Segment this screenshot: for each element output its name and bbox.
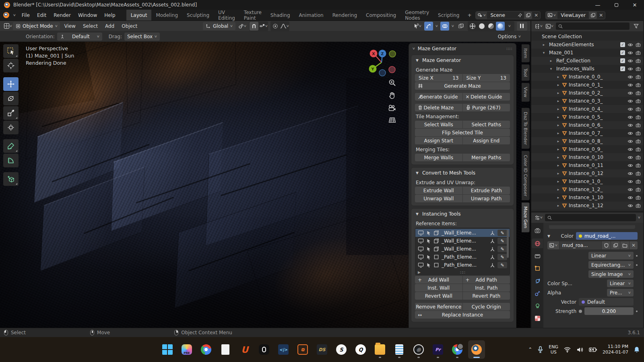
navigation-gizmo[interactable]: X Z Y xyxy=(363,47,400,79)
animate-dot-icon[interactable] xyxy=(636,264,638,266)
hide-eye-icon[interactable] xyxy=(627,131,633,136)
drag-dropdown[interactable]: Select Box ∨ xyxy=(124,33,160,41)
outliner-row[interactable]: ▸ Instance_0_2_ ✓ xyxy=(531,89,643,97)
taskbar-app-icon[interactable]: PRE xyxy=(178,340,195,359)
hide-eye-icon[interactable] xyxy=(627,147,633,152)
hide-eye-icon[interactable] xyxy=(627,123,633,128)
collapse-triangle-icon[interactable]: ▼ xyxy=(416,212,419,216)
workspace-tab[interactable]: Shading xyxy=(266,10,295,21)
tray-overflow-icon[interactable]: ⌃ xyxy=(528,347,532,352)
expand-caret-icon[interactable]: ▸ xyxy=(556,147,560,151)
sidebar-tab[interactable]: Tool xyxy=(522,64,530,81)
measure-tool[interactable] xyxy=(3,154,19,167)
orthographic-grid-icon[interactable] xyxy=(388,117,396,123)
texture-tab-icon[interactable] xyxy=(532,313,543,323)
select-box-tool[interactable] xyxy=(3,44,19,58)
sidebar-tab[interactable]: Daz To Blender xyxy=(522,108,530,149)
collection-tab-icon[interactable] xyxy=(532,251,543,261)
workspace-tab[interactable]: Geometry Nodes xyxy=(400,10,433,21)
scene-browse-button[interactable]: ∨ xyxy=(476,12,487,19)
outliner-row[interactable]: ▸ Instance_0_0_ ✓ xyxy=(531,73,643,81)
expand-caret-icon[interactable]: ▸ xyxy=(556,115,560,119)
outliner-row[interactable]: ▸ Instance_0_1_ ✓ xyxy=(531,81,643,89)
outliner-row[interactable]: ▾ Maze_001 ✓ xyxy=(531,49,643,57)
maximize-button[interactable] xyxy=(607,0,625,10)
taskbar-app-icon[interactable]: U xyxy=(236,340,253,359)
outliner-row[interactable]: ▸ Instance_0_10 ✓ xyxy=(531,153,643,161)
hide-eye-icon[interactable] xyxy=(627,83,633,87)
taskbar-app-icon[interactable] xyxy=(468,340,485,359)
camera-visibility-icon[interactable] xyxy=(636,171,641,176)
outliner-search-input[interactable] xyxy=(556,23,630,30)
extrude-path-button[interactable]: Extrude Path xyxy=(463,187,510,194)
viewport-menu[interactable]: Object xyxy=(118,23,140,29)
reference-item-row[interactable]: _Wall_Eleme... ✎ xyxy=(415,245,510,253)
vector-default-button[interactable]: Default xyxy=(579,298,634,306)
wireframe-shading-button[interactable] xyxy=(468,22,477,31)
workspace-tab[interactable]: Modeling xyxy=(151,10,182,21)
menu-item[interactable]: File xyxy=(18,10,33,21)
menu-item[interactable]: Help xyxy=(101,10,119,21)
monitor-icon[interactable] xyxy=(418,238,424,244)
chevron-down-icon[interactable]: ∨ xyxy=(638,216,641,219)
transform-tool[interactable] xyxy=(3,121,19,134)
material-preview-button[interactable] xyxy=(487,22,495,31)
size-y-field[interactable]: Size Y13 xyxy=(463,74,510,82)
taskbar-app-icon[interactable]: S xyxy=(333,340,350,359)
overlays-toggle-button[interactable] xyxy=(440,22,449,31)
camera-visibility-icon[interactable] xyxy=(636,163,641,168)
microphone-icon[interactable] xyxy=(537,346,543,353)
exclude-checkbox[interactable]: ✓ xyxy=(620,66,625,71)
camera-visibility-icon[interactable] xyxy=(636,83,641,87)
falloff-button[interactable]: ∨ xyxy=(280,22,289,31)
close-button[interactable]: ✕ xyxy=(625,0,644,10)
expand-caret-icon[interactable]: ▸ xyxy=(556,163,560,167)
camera-visibility-icon[interactable] xyxy=(636,123,641,128)
reference-item-row[interactable]: _Wall_Eleme... ✎ xyxy=(415,229,510,237)
outliner-row[interactable]: Scene Collection ✓ xyxy=(531,33,643,41)
sidebar-tab[interactable]: Maze Gen xyxy=(522,202,530,232)
taskbar-app-icon[interactable]: Q xyxy=(352,340,369,359)
select-walls-button[interactable]: Select Walls xyxy=(415,121,462,128)
view-layer-name[interactable]: ViewLayer xyxy=(557,12,589,18)
language-indicator[interactable]: ENG US xyxy=(549,344,558,355)
mode-dropdown[interactable]: Object Mode ∨ xyxy=(13,22,60,30)
snap-toggle-button[interactable] xyxy=(250,22,258,31)
filter-funnel-icon[interactable] xyxy=(632,22,640,31)
taskbar-app-icon[interactable] xyxy=(449,340,466,359)
outliner-row[interactable]: ▸ Instance_1_0_ ✓ xyxy=(531,177,643,185)
monitor-icon[interactable] xyxy=(418,262,424,268)
cursor-icon[interactable] xyxy=(426,239,431,244)
expand-caret-icon[interactable]: ▸ xyxy=(556,91,560,95)
menu-item[interactable]: Edit xyxy=(33,10,50,21)
hide-eye-icon[interactable] xyxy=(627,115,633,119)
notification-bell-icon[interactable] xyxy=(634,346,640,353)
wifi-icon[interactable] xyxy=(564,347,571,353)
expand-caret-icon[interactable]: ▸ xyxy=(556,204,560,208)
camera-view-icon[interactable] xyxy=(388,105,396,111)
interpolation-dropdown[interactable]: Linear∨ xyxy=(588,252,634,259)
expand-caret-icon[interactable]: ▸ xyxy=(542,43,546,47)
outliner-row[interactable]: ▸ Instance_1_2_ ✓ xyxy=(531,185,643,193)
outliner-row[interactable]: ▸ Instance_0_7_ ✓ xyxy=(531,129,643,137)
color-node-button[interactable]: mud_road_... xyxy=(576,232,638,240)
chevron-down-icon[interactable]: ∨ xyxy=(451,25,454,28)
hide-eye-icon[interactable] xyxy=(627,155,633,160)
outliner-row[interactable]: ▸ Instance_0_5_ ✓ xyxy=(531,113,643,121)
outliner-row[interactable]: ▸ MazeGenElements ✓ xyxy=(531,41,643,49)
collapse-triangle-icon[interactable]: ▼ xyxy=(547,234,550,238)
taskbar-app-icon[interactable]: DS xyxy=(314,340,330,359)
blender-menu-button[interactable]: ∨ xyxy=(0,10,18,21)
camera-visibility-icon[interactable] xyxy=(636,139,641,144)
properties-search-input[interactable] xyxy=(545,214,636,221)
taskbar-app-icon[interactable] xyxy=(391,340,408,359)
menu-item[interactable]: Window xyxy=(74,10,101,21)
world-tab-icon[interactable] xyxy=(532,239,543,248)
inst-wall-button[interactable]: Inst. Wall xyxy=(415,284,462,292)
reference-item-row[interactable]: _Path_Eleme... ✎ xyxy=(415,253,510,261)
options-dropdown[interactable]: Options ∨ xyxy=(498,34,521,39)
revert-path-button[interactable]: Revert Path xyxy=(463,292,510,300)
expand-caret-icon[interactable]: ▸ xyxy=(556,187,560,191)
outliner-editor-type-button[interactable]: ∨ xyxy=(534,22,543,31)
orientation-dropdown[interactable]: Default ∨ xyxy=(57,33,102,41)
